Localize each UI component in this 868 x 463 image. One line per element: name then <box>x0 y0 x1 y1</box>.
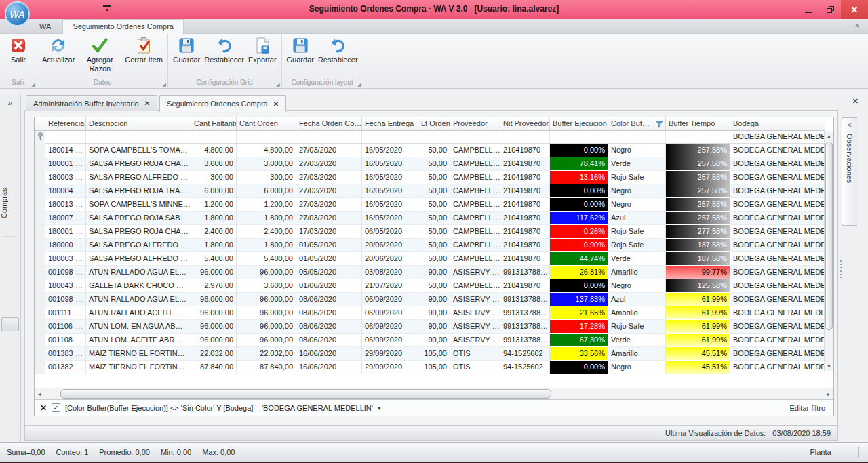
cell-cant-orden[interactable]: 3.000,00 <box>237 157 296 171</box>
cell-bodega[interactable]: BODEGA GENERAL MEDELLIN <box>730 212 825 225</box>
restore-button[interactable] <box>819 0 841 19</box>
minimize-button[interactable] <box>797 0 819 19</box>
cell-nit[interactable]: 210419870 <box>500 279 550 293</box>
cell-color-buffer[interactable]: Negro <box>608 361 666 374</box>
cell-buffer-ejecucion[interactable]: 137,83% <box>550 293 608 306</box>
cell-ref[interactable]: 180043… <box>45 279 86 293</box>
cell-cant-orden[interactable]: 87.840,00 <box>237 361 296 374</box>
filter-cell-color-buffer[interactable] <box>608 131 666 144</box>
cell-desc[interactable]: SALSA PREGO ALFREDO … <box>86 171 191 184</box>
ellipsis-button[interactable]: … <box>75 266 83 279</box>
cell-proveedor[interactable]: ASISERVY … <box>450 320 500 334</box>
cell-buffer-ejecucion[interactable]: 33,56% <box>550 347 608 361</box>
cell-cant-orden[interactable]: 1.200,00 <box>237 198 296 212</box>
cell-buffer-ejecucion[interactable]: 0,90% <box>550 239 608 252</box>
table-row[interactable]: 180043…GALLETA DARK CHOCO …2.976,003.600… <box>35 279 825 293</box>
cell-buffer-ejecucion[interactable]: 21,65% <box>550 306 608 320</box>
cell-proveedor[interactable]: ASISERVY … <box>450 293 500 306</box>
cell-desc[interactable]: ATUN RALLADO AGUA EL… <box>86 266 191 279</box>
cell-proveedor[interactable]: CAMPBELL… <box>450 157 500 171</box>
cell-cant-orden[interactable]: 2.400,00 <box>237 225 296 239</box>
splitter-grip[interactable] <box>840 260 842 278</box>
table-row[interactable]: 001106…ATUN LOM. EN AGUA AB…96.000,0096.… <box>35 320 825 334</box>
cell-fecha-orden[interactable]: 05/05/2020 <box>296 266 362 279</box>
scroll-down-icon[interactable]: ▼ <box>825 361 833 371</box>
dialog-launcher-icon[interactable]: ◢ <box>276 82 279 87</box>
cell-bodega[interactable]: BODEGA GENERAL MEDELLIN <box>730 266 825 279</box>
filter-funnel-icon[interactable] <box>656 121 663 129</box>
filter-cell-desc[interactable] <box>86 131 191 144</box>
ribbon-tab-wa[interactable]: WA <box>30 20 60 35</box>
cell-bodega[interactable]: BODEGA GENERAL MEDELLIN <box>730 334 825 347</box>
cell-cant-orden[interactable]: 4.800,00 <box>237 144 296 157</box>
cell-ref[interactable]: 001106… <box>45 320 86 334</box>
cell-fecha-entrega[interactable]: 06/09/2020 <box>362 306 418 320</box>
cell-color-buffer[interactable]: Rojo Safe <box>608 239 666 252</box>
cell-ref[interactable]: 001108… <box>45 334 86 347</box>
cell-lt-orden[interactable]: 50,00 <box>418 239 450 252</box>
cell-cant-faltante[interactable]: 96.000,00 <box>191 306 237 320</box>
ellipsis-button[interactable]: … <box>75 320 83 333</box>
cell-buffer-tiempo[interactable]: 99,77% <box>666 266 730 279</box>
cell-fecha-entrega[interactable]: 16/05/2020 <box>362 144 418 157</box>
cell-cant-faltante[interactable]: 96.000,00 <box>191 266 237 279</box>
cell-lt-orden[interactable]: 90,00 <box>418 266 450 279</box>
column-header-ref[interactable]: Referencia <box>45 117 86 131</box>
cell-fecha-entrega[interactable]: 16/05/2020 <box>362 212 418 225</box>
cell-buffer-tiempo[interactable]: 257,58% <box>666 144 730 157</box>
cell-color-buffer[interactable]: Amarillo <box>608 347 666 361</box>
column-header-buffer-ejecucion[interactable]: Buffer Ejecucion <box>550 117 608 131</box>
cell-fecha-entrega[interactable]: 20/06/2020 <box>362 239 418 252</box>
cell-proveedor[interactable]: CAMPBELL… <box>450 184 500 198</box>
cell-ref[interactable]: 180007… <box>45 212 86 225</box>
cell-bodega[interactable]: BODEGA GENERAL MEDELLIN <box>730 225 825 239</box>
cell-buffer-tiempo[interactable]: 277,58% <box>666 225 730 239</box>
ribbon-button-guardar[interactable]: Guardar <box>171 35 202 79</box>
cell-proveedor[interactable]: CAMPBELL… <box>450 225 500 239</box>
doc-tab-seguimiento-ordenes-compra[interactable]: Seguimiento Ordenes Compra✕ <box>159 95 286 112</box>
cell-desc[interactable]: GALLETA DARK CHOCO … <box>86 279 191 293</box>
cell-cant-faltante[interactable]: 1.800,00 <box>191 212 237 225</box>
filter-cell-fecha-orden[interactable] <box>296 131 362 144</box>
filter-cell-buffer-ejecucion[interactable] <box>550 131 608 144</box>
cell-bodega[interactable]: BODEGA GENERAL MEDELLIN <box>730 347 825 361</box>
table-row[interactable]: 180004…SALSA PREGO ROJA TRA…6.000,006.00… <box>35 184 825 198</box>
cell-color-buffer[interactable]: Rojo Safe <box>608 225 666 239</box>
cell-fecha-orden[interactable]: 01/05/2020 <box>296 252 362 266</box>
cell-cant-faltante[interactable]: 5.400,00 <box>191 252 237 266</box>
cell-nit[interactable]: 94-1525602 <box>500 361 550 374</box>
filter-dropdown-icon[interactable]: ▾ <box>378 405 381 411</box>
cell-fecha-orden[interactable]: 08/06/2020 <box>296 306 362 320</box>
cell-ref[interactable]: 001383… <box>45 347 86 361</box>
ribbon-button-guardar[interactable]: Guardar <box>285 35 316 79</box>
cell-color-buffer[interactable]: Rojo Safe <box>608 320 666 334</box>
ellipsis-button[interactable]: … <box>75 252 83 265</box>
cell-fecha-entrega[interactable]: 03/08/2020 <box>362 266 418 279</box>
cell-lt-orden[interactable]: 105,00 <box>418 361 450 374</box>
ellipsis-button[interactable]: … <box>75 225 83 238</box>
table-row[interactable]: 001098…ATUN RALLADO AGUA EL…96.000,0096.… <box>35 266 825 279</box>
cell-bodega[interactable]: BODEGA GENERAL MEDELLIN <box>730 157 825 171</box>
cell-cant-orden[interactable]: 5.400,00 <box>237 252 296 266</box>
cell-proveedor[interactable]: CAMPBELL… <box>450 198 500 212</box>
cell-nit[interactable]: 991313788… <box>500 266 550 279</box>
table-row[interactable]: 180001…SALSA PREGO ROJA CHA…3.000,003.00… <box>35 157 825 171</box>
cell-desc[interactable]: SALSA PREGO ALFREDO … <box>86 239 191 252</box>
cell-desc[interactable]: ATUN RALLADO AGUA EL… <box>86 293 191 306</box>
close-tab-icon[interactable]: ✕ <box>144 100 150 107</box>
cell-desc[interactable]: ATUN LOM. ACEITE ABR… <box>86 334 191 347</box>
ribbon-button-restablecer[interactable]: Restablecer <box>202 35 246 79</box>
cell-desc[interactable]: SALSA PREGO ROJA TRA… <box>86 184 191 198</box>
table-row[interactable]: 180014…SOPA CAMPBELL'S TOMA…4.800,004.80… <box>35 144 825 157</box>
cell-proveedor[interactable]: ASISERVY … <box>450 334 500 347</box>
cell-cant-orden[interactable]: 3.600,00 <box>237 279 296 293</box>
cell-buffer-tiempo[interactable]: 61,99% <box>666 293 730 306</box>
cell-bodega[interactable]: BODEGA GENERAL MEDELLIN <box>730 252 825 266</box>
cell-proveedor[interactable]: CAMPBELL… <box>450 239 500 252</box>
cell-bodega[interactable]: BODEGA GENERAL MEDELLIN <box>730 293 825 306</box>
cell-proveedor[interactable]: ASISERVY … <box>450 306 500 320</box>
vertical-scrollbar[interactable]: ▲ ▼ <box>824 131 833 371</box>
cell-proveedor[interactable]: CAMPBELL… <box>450 144 500 157</box>
cell-bodega[interactable]: BODEGA GENERAL MEDELLIN <box>730 239 825 252</box>
cell-nit[interactable]: 991313788… <box>500 293 550 306</box>
